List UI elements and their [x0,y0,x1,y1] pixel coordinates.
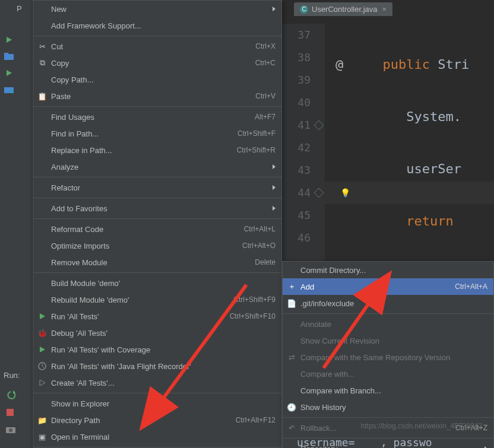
rollback-icon: ↶ [286,422,297,433]
svg-marker-0 [7,37,12,43]
menu-paste[interactable]: 📋PasteCtrl+V [33,88,281,104]
menu-run-all[interactable]: Run 'All Tests'Ctrl+Shift+F10 [33,308,281,325]
submenu-annotate: Annotate [283,316,493,332]
close-icon[interactable]: × [382,5,387,14]
menu-copy[interactable]: ⧉CopyCtrl+C [33,55,281,71]
menu-replace-in-path[interactable]: Replace in Path...Ctrl+Shift+R [33,142,281,158]
submenu-commit[interactable]: Commit Directory... [283,262,493,278]
copy-icon: ⧉ [37,58,48,68]
submenu-show-history[interactable]: 🕘Show History [283,399,493,415]
svg-rect-2 [4,53,8,55]
menu-reformat[interactable]: Reformat CodeCtrl+Alt+L [33,221,281,237]
menu-rebuild[interactable]: Rebuild Module 'demo'Ctrl+Shift+F9 [33,291,281,308]
rerun-icon[interactable] [6,390,19,403]
run-toolwindow-label[interactable]: Run: [4,371,20,380]
scissors-icon: ✂ [37,41,48,52]
menu-build[interactable]: Build Module 'demo' [33,275,281,291]
menu-run-coverage[interactable]: Run 'All Tests' with Coverage [33,341,281,358]
coverage-icon [37,344,48,355]
menu-find-usages[interactable]: Find UsagesAlt+F7 [33,109,281,125]
jfr-icon [37,361,48,371]
terminal-icon: ▣ [37,431,48,442]
play2-icon[interactable] [2,66,15,80]
camera-icon[interactable] [6,426,19,439]
submenu-show-rev: Show Current Revision [283,332,493,349]
menu-refactor[interactable]: Refactor [33,179,281,196]
menu-optimize[interactable]: Optimize ImportsCtrl+Alt+O [33,237,281,254]
folder-path-icon: 📁 [37,415,48,425]
svg-marker-3 [7,70,12,76]
submenu-compare-with: Compare with... [283,366,493,382]
menu-remove-module[interactable]: Remove ModuleDelete [33,254,281,271]
bottom-code-fragment: username= , passwo [297,436,432,448]
menu-dir-path[interactable]: 📁Directory PathCtrl+Alt+F12 [33,412,281,428]
menu-open-terminal[interactable]: ▣Open in Terminal [33,428,281,445]
svg-rect-7 [7,409,14,416]
tab-filename: UserController.java [312,5,378,14]
bug-icon: 🐞 [37,328,48,338]
menu-find-in-path[interactable]: Find in Path...Ctrl+Shift+F [33,125,281,142]
editor-tab[interactable]: C UserController.java × [294,2,392,16]
context-menu: New Add Framework Support... ✂CutCtrl+X … [33,0,282,448]
stop-icon[interactable] [6,408,19,421]
svg-marker-11 [40,347,45,352]
menu-debug-all[interactable]: 🐞Debug 'All Tests' [33,325,281,341]
menu-copy-path[interactable]: Copy Path... [33,71,281,88]
create-config-icon [37,377,48,388]
menu-run-jfr[interactable]: Run 'All Tests' with 'Java Flight Record… [33,358,281,374]
gutter: 37 38 39 40 41 42 43 44💡 45 46 [282,24,325,261]
menu-new[interactable]: New [33,1,281,17]
menu-add-framework[interactable]: Add Framework Support... [33,17,281,34]
git-submenu: Commit Directory... ＋AddCtrl+Alt+A 📄.git… [282,261,494,448]
clipboard-icon: 📋 [37,91,48,101]
folder-icon[interactable] [2,50,15,63]
class-icon: C [300,5,308,14]
menu-add-favorites[interactable]: Add to Favorites [33,200,281,217]
clock-icon: 🕘 [286,402,297,412]
submenu-add[interactable]: ＋AddCtrl+Alt+A [283,278,493,295]
svg-marker-13 [40,380,45,386]
watermark: https://blog.csdn.net/weixin_45728842 [361,422,482,430]
menu-show-explorer[interactable]: Show in Explorer [33,395,281,412]
menu-create-all[interactable]: Create 'All Tests'... [33,374,281,391]
submenu-compare-same: ⇄Compare with the Same Repository Versio… [283,349,493,366]
project-tab-label[interactable]: P [17,4,22,13]
svg-marker-10 [40,313,45,319]
run-icon [37,311,48,322]
exclude-icon: 📄 [286,298,297,309]
menu-analyze[interactable]: Analyze [33,158,281,175]
folder2-icon[interactable] [2,83,15,96]
play-icon[interactable] [2,33,15,46]
plus-icon: ＋ [286,281,297,292]
svg-point-9 [9,428,12,432]
menu-cut[interactable]: ✂CutCtrl+X [33,38,281,55]
submenu-compare-branch[interactable]: Compare with Branch... [283,382,493,399]
submenu-exclude[interactable]: 📄.git/info/exclude [283,295,493,312]
left-toolbar: P Run: [0,0,33,448]
compare-icon: ⇄ [286,352,297,363]
